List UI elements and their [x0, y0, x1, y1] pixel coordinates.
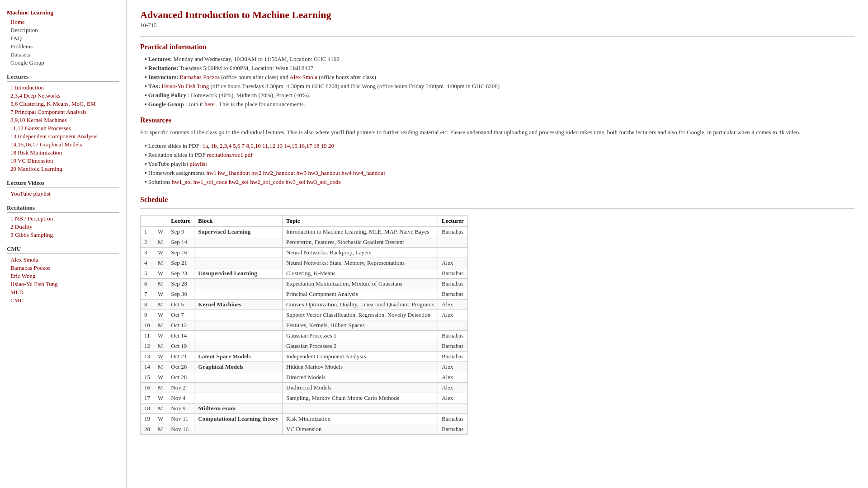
rec1-link[interactable]: recitations/rec1.pdf — [207, 151, 253, 158]
sidebar-item-barnabas[interactable]: Barnabas Poczos — [7, 264, 119, 272]
hw2solcode-link[interactable]: hw2_sol_code — [250, 178, 284, 185]
row-date: Sep 14 — [167, 237, 194, 247]
sidebar-item-lecture-20[interactable]: 20 Manifold Learning — [7, 165, 119, 173]
hw2handout-link[interactable]: hw2_handout — [263, 169, 295, 176]
info-lectures-label: Lectures: — [148, 56, 172, 62]
row-num: 3 — [141, 247, 154, 258]
row-day: W — [154, 310, 167, 320]
link-7[interactable]: 7 — [242, 142, 245, 149]
row-date: Nov 11 — [167, 413, 194, 424]
row-day: W — [154, 247, 167, 258]
sidebar-item-hsiao-yu[interactable]: Hsiao-Yu Fish Tung — [7, 280, 119, 288]
table-row: 14 M Oct 26 Graphical Models Hidden Mark… — [141, 361, 468, 372]
sidebar-item-lecture-234[interactable]: 2,3,4 Deep Networks — [7, 92, 119, 100]
sidebar-item-lecture-18[interactable]: 18 Risk Minimization — [7, 149, 119, 157]
hw1handout-link[interactable]: hw_1handout — [218, 169, 250, 176]
info-lectures: Lectures: Monday and Wednesday, 10:30AM … — [145, 55, 854, 64]
row-topic: Gaussian Processes 2 — [283, 341, 438, 351]
sidebar-item-lecture-7[interactable]: 7 Principal Component Analysis — [7, 108, 119, 116]
row-topic: Undirected Models — [283, 382, 438, 393]
hw1-link[interactable]: hw1 — [206, 169, 216, 176]
hsiao-yu-link[interactable]: Hsiao-Yu Fish Tung — [162, 83, 209, 89]
home-link[interactable]: Home — [7, 18, 119, 26]
link-14151617[interactable]: 14,15,16,17 — [284, 142, 312, 149]
nav-description[interactable]: Description — [7, 26, 119, 34]
sidebar-item-lecture-14151617[interactable]: 14,15,16,17 Graphical Models — [7, 141, 119, 149]
sidebar-item-lecture-8910[interactable]: 8,9,10 Kernel Machines — [7, 116, 119, 124]
sidebar-item-mld[interactable]: MLD — [7, 288, 119, 296]
link-56[interactable]: 5,6 — [233, 142, 240, 149]
sidebar-item-alex-smola[interactable]: Alex Smola — [7, 256, 119, 264]
row-lecturer — [438, 237, 468, 247]
row-lecturer — [438, 320, 468, 330]
sidebar-item-lecture-56[interactable]: 5,6 Clustering, K-Means, MoG, EM — [7, 100, 119, 108]
nav-google-group[interactable]: Google Group — [7, 59, 119, 67]
table-row: 8 M Oct 5 Kernel Machines Convex Optimiz… — [141, 299, 468, 310]
info-grading-text: : Homework (40%), Midterm (20%), Project… — [188, 92, 310, 99]
schedule-table: Lecture Block Topic Lecturer 1 W Sep 9 S… — [140, 215, 468, 435]
row-date: Nov 16 — [167, 424, 194, 434]
hw2-link[interactable]: hw2 — [251, 169, 261, 176]
hw3solcode-link[interactable]: hw3_sol_code — [307, 178, 341, 185]
link-13[interactable]: 13 — [277, 142, 283, 149]
table-row: 20 M Nov 16 VC Dimension Barnabas — [141, 424, 468, 434]
link-8910[interactable]: 8,9,10 — [246, 142, 261, 149]
link-19[interactable]: 19 — [321, 142, 327, 149]
table-row: 16 M Nov 2 Undirected Models Alex — [141, 382, 468, 393]
row-day: M — [154, 424, 167, 434]
nav-faq[interactable]: FAQ — [7, 34, 119, 42]
table-row: 13 W Oct 21 Latent Space Models Independ… — [141, 351, 468, 361]
schedule-body: 1 W Sep 9 Supervised Learning Introducti… — [141, 226, 468, 434]
barnabas-link[interactable]: Barnabas Poczos — [180, 74, 220, 80]
playlist-link[interactable]: playlist — [190, 160, 207, 167]
hw3-link[interactable]: hw3 — [297, 169, 307, 176]
hw3sol-link[interactable]: hw3_sol — [286, 178, 306, 185]
row-date: Sep 16 — [167, 247, 194, 258]
hw3handout-link[interactable]: hw3_handout — [308, 169, 340, 176]
hw4handout-link[interactable]: hw4_handout — [353, 169, 385, 176]
here-link[interactable]: here — [204, 101, 214, 108]
table-row: 7 W Sep 30 Principal Component Analysis … — [141, 289, 468, 299]
info-google-group-post: . This is the place for announcements. — [216, 101, 305, 108]
row-date: Oct 12 — [167, 320, 194, 330]
link-1b[interactable]: 1b — [211, 142, 217, 149]
sidebar-item-cmu[interactable]: CMU — [7, 296, 119, 305]
row-block — [194, 247, 283, 258]
sidebar-item-lecture-19[interactable]: 19 VC Dimension — [7, 157, 119, 165]
row-day: W — [154, 289, 167, 299]
practical-info-list: Lectures: Monday and Wednesday, 10:30AM … — [145, 55, 854, 109]
link-234[interactable]: 2,3,4 — [220, 142, 231, 149]
youtube-playlist-link[interactable]: YouTube playlist — [7, 190, 119, 198]
sidebar-item-eric-wong[interactable]: Eric Wong — [7, 272, 119, 280]
row-date: Oct 19 — [167, 341, 194, 351]
row-num: 12 — [141, 341, 154, 351]
hw4-link[interactable]: hw4 — [341, 169, 351, 176]
sidebar-item-lecture-13[interactable]: 13 Independent Component Analysis — [7, 132, 119, 141]
hw1sol-link[interactable]: hw1_sol — [172, 178, 192, 185]
link-18[interactable]: 18 — [314, 142, 320, 149]
sidebar-item-lecture-1112[interactable]: 11,12 Gaussian Processes — [7, 124, 119, 132]
link-1a[interactable]: 1a — [203, 142, 208, 149]
divider-top — [140, 36, 854, 37]
sidebar-item-lecture-1[interactable]: 1 Introduction — [7, 84, 119, 92]
sidebar-item-recitation-1[interactable]: 1 NB / Perceptron — [7, 215, 119, 223]
row-lecturer: Alex — [438, 393, 468, 403]
row-num: 6 — [141, 278, 154, 289]
row-block — [194, 382, 283, 393]
row-block — [194, 330, 283, 341]
row-topic: Principal Component Analysis — [283, 289, 438, 299]
sidebar-item-recitation-2[interactable]: 2 Duality — [7, 223, 119, 231]
row-day: W — [154, 393, 167, 403]
hw2sol-link[interactable]: hw2_sol — [229, 178, 249, 185]
row-block: Unsupervised Learning — [194, 268, 283, 278]
row-topic: Clustering, K-Means — [283, 268, 438, 278]
row-num: 15 — [141, 372, 154, 382]
link-1112[interactable]: 11,12 — [262, 142, 275, 149]
nav-problems[interactable]: Problems — [7, 42, 119, 51]
alex-smola-link[interactable]: Alex Smola — [289, 74, 317, 80]
nav-datasets[interactable]: Datasets — [7, 51, 119, 59]
row-date: Oct 21 — [167, 351, 194, 361]
sidebar-item-recitation-3[interactable]: 3 Gibbs Sampling — [7, 231, 119, 239]
link-20[interactable]: 20 — [328, 142, 334, 149]
hw1solcode-link[interactable]: hw1_sol_code — [193, 178, 227, 185]
